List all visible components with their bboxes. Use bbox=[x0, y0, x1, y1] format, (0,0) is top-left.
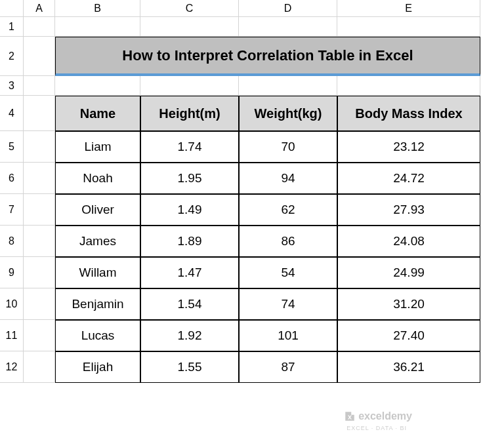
cell-c3[interactable] bbox=[140, 76, 239, 96]
watermark-text: exceldemy bbox=[358, 410, 412, 422]
table-cell[interactable]: Noah bbox=[55, 163, 140, 194]
table-cell[interactable]: 87 bbox=[239, 351, 337, 383]
row-header-7[interactable]: 7 bbox=[0, 194, 24, 226]
table-header-weight[interactable]: Weight(kg) bbox=[239, 96, 337, 131]
table-cell[interactable]: James bbox=[55, 226, 140, 257]
cell-a7[interactable] bbox=[24, 194, 55, 226]
cell-e1[interactable] bbox=[337, 17, 480, 37]
table-cell[interactable]: 23.12 bbox=[337, 131, 480, 163]
table-cell[interactable]: 62 bbox=[239, 194, 337, 226]
cell-a8[interactable] bbox=[24, 226, 55, 257]
row-header-10[interactable]: 10 bbox=[0, 288, 24, 320]
table-cell[interactable]: 54 bbox=[239, 257, 337, 288]
cell-a6[interactable] bbox=[24, 163, 55, 194]
cell-a3[interactable] bbox=[24, 76, 55, 96]
table-cell[interactable]: Willam bbox=[55, 257, 140, 288]
col-header-a[interactable]: A bbox=[24, 0, 55, 17]
watermark: exceldemy bbox=[344, 410, 412, 422]
table-cell[interactable]: Elijah bbox=[55, 351, 140, 383]
row-header-3[interactable]: 3 bbox=[0, 76, 24, 96]
watermark-subtext: EXCEL · DATA · BI bbox=[346, 425, 407, 431]
table-cell[interactable]: 1.92 bbox=[140, 320, 239, 351]
cell-a11[interactable] bbox=[24, 320, 55, 351]
table-cell[interactable]: 1.54 bbox=[140, 288, 239, 320]
table-cell[interactable]: 70 bbox=[239, 131, 337, 163]
excel-icon bbox=[344, 410, 356, 422]
table-cell[interactable]: 36.21 bbox=[337, 351, 480, 383]
table-cell[interactable]: 1.49 bbox=[140, 194, 239, 226]
cell-e3[interactable] bbox=[337, 76, 480, 96]
table-cell[interactable]: 27.93 bbox=[337, 194, 480, 226]
table-cell[interactable]: 27.40 bbox=[337, 320, 480, 351]
table-cell[interactable]: 1.55 bbox=[140, 351, 239, 383]
table-cell[interactable]: 24.08 bbox=[337, 226, 480, 257]
table-cell[interactable]: Benjamin bbox=[55, 288, 140, 320]
table-header-bmi[interactable]: Body Mass Index bbox=[337, 96, 480, 131]
row-header-4[interactable]: 4 bbox=[0, 96, 24, 131]
row-header-2[interactable]: 2 bbox=[0, 37, 24, 76]
table-cell[interactable]: 101 bbox=[239, 320, 337, 351]
table-cell[interactable]: 1.47 bbox=[140, 257, 239, 288]
table-cell[interactable]: 86 bbox=[239, 226, 337, 257]
cell-d3[interactable] bbox=[239, 76, 337, 96]
cell-c1[interactable] bbox=[140, 17, 239, 37]
title-cell[interactable]: How to Interpret Correlation Table in Ex… bbox=[55, 37, 480, 76]
col-header-c[interactable]: C bbox=[140, 0, 239, 17]
table-cell[interactable]: 1.89 bbox=[140, 226, 239, 257]
cell-a9[interactable] bbox=[24, 257, 55, 288]
table-cell[interactable]: Oliver bbox=[55, 194, 140, 226]
table-cell[interactable]: 24.99 bbox=[337, 257, 480, 288]
cell-a10[interactable] bbox=[24, 288, 55, 320]
cell-b3[interactable] bbox=[55, 76, 140, 96]
row-header-1[interactable]: 1 bbox=[0, 17, 24, 37]
table-cell[interactable]: 31.20 bbox=[337, 288, 480, 320]
row-header-9[interactable]: 9 bbox=[0, 257, 24, 288]
col-header-e[interactable]: E bbox=[337, 0, 480, 17]
cell-b1[interactable] bbox=[55, 17, 140, 37]
col-header-d[interactable]: D bbox=[239, 0, 337, 17]
select-all-corner[interactable] bbox=[0, 0, 24, 17]
row-header-8[interactable]: 8 bbox=[0, 226, 24, 257]
table-cell[interactable]: 94 bbox=[239, 163, 337, 194]
cell-d1[interactable] bbox=[239, 17, 337, 37]
col-header-b[interactable]: B bbox=[55, 0, 140, 17]
cell-a2[interactable] bbox=[24, 37, 55, 76]
table-cell[interactable]: 1.95 bbox=[140, 163, 239, 194]
cell-a4[interactable] bbox=[24, 96, 55, 131]
table-header-name[interactable]: Name bbox=[55, 96, 140, 131]
table-cell[interactable]: 24.72 bbox=[337, 163, 480, 194]
table-cell[interactable]: 1.74 bbox=[140, 131, 239, 163]
table-cell[interactable]: Lucas bbox=[55, 320, 140, 351]
table-cell[interactable]: Liam bbox=[55, 131, 140, 163]
cell-a5[interactable] bbox=[24, 131, 55, 163]
cell-a1[interactable] bbox=[24, 17, 55, 37]
row-header-5[interactable]: 5 bbox=[0, 131, 24, 163]
table-cell[interactable]: 74 bbox=[239, 288, 337, 320]
row-header-6[interactable]: 6 bbox=[0, 163, 24, 194]
table-header-height[interactable]: Height(m) bbox=[140, 96, 239, 131]
row-header-11[interactable]: 11 bbox=[0, 320, 24, 351]
row-header-12[interactable]: 12 bbox=[0, 351, 24, 383]
cell-a12[interactable] bbox=[24, 351, 55, 383]
spreadsheet-grid: A B C D E 1 2 How to Interpret Correlati… bbox=[0, 0, 504, 383]
